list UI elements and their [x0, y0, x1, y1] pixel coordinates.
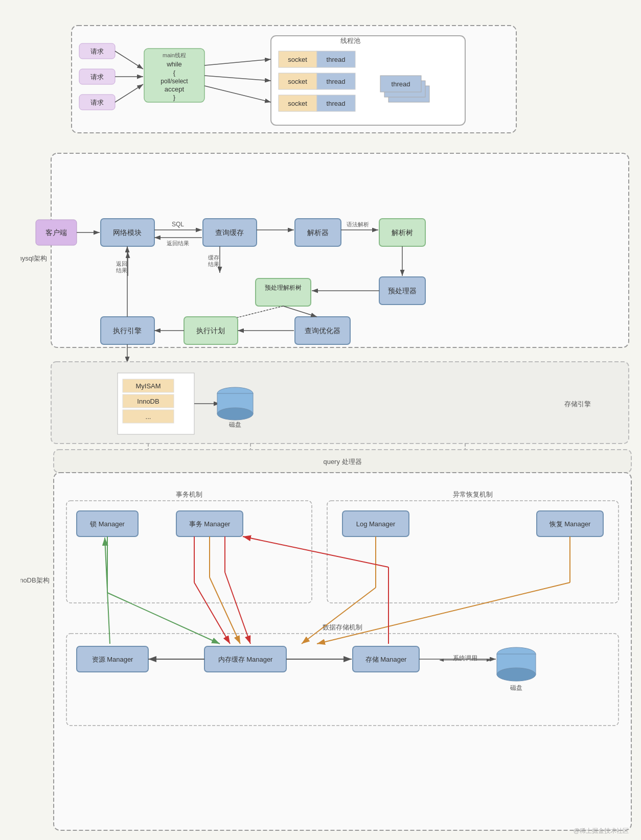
data-storage-label: 数据存储机制 [323, 623, 362, 631]
svg-point-110 [497, 668, 536, 681]
tx-mechanism-label: 事务机制 [176, 491, 202, 498]
svg-text:thread: thread [327, 100, 346, 107]
mem-buffer: 内存缓存 Manager [218, 656, 273, 663]
svg-text:socket: socket [288, 100, 307, 107]
lock-manager: 锁 Manager [89, 520, 125, 528]
svg-text:预处理解析树: 预处理解析树 [265, 284, 302, 291]
client-box: 客户端 [45, 228, 67, 237]
query-processor: query 处理器 [323, 458, 361, 465]
svg-text:accept: accept [165, 85, 185, 93]
svg-text:缓存: 缓存 [208, 254, 219, 261]
svg-text:socket: socket [288, 56, 307, 63]
log-manager: Log Manager [356, 520, 396, 528]
recovery-manager: 恢复 Manager [549, 520, 591, 528]
svg-text:{: { [173, 69, 176, 77]
svg-text:poll/select: poll/select [161, 78, 188, 85]
innodb-label: InnoDB架构 [20, 576, 50, 584]
svg-text:SQL: SQL [172, 221, 184, 228]
svg-text:while: while [166, 60, 182, 68]
page-container: 线程池 请求 请求 请求 main线程 while { poll/select … [10, 10, 641, 840]
main-diagram: 线程池 请求 请求 请求 main线程 while { poll/select … [20, 20, 641, 840]
svg-text:系统调用: 系统调用 [453, 655, 477, 662]
exec-engine: 执行引擎 [113, 326, 142, 335]
svg-text:返回结果: 返回结果 [167, 240, 189, 246]
mysql-label: mysql架构 [20, 254, 47, 262]
request-3: 请求 [90, 99, 104, 106]
svg-point-87 [217, 408, 253, 420]
svg-text:语法解析: 语法解析 [347, 221, 369, 227]
recovery-label: 异常恢复机制 [453, 491, 493, 498]
parse-tree: 解析树 [392, 228, 413, 237]
svg-text:...: ... [146, 413, 151, 421]
svg-text:结果: 结果 [116, 267, 127, 273]
watermark: @稀土掘金技术社区 [574, 827, 629, 834]
resource-manager: 资源 Manager [92, 656, 134, 663]
preprocessor: 预处理器 [388, 287, 417, 295]
svg-text:磁盘: 磁盘 [228, 421, 241, 428]
query-optimizer: 查询优化器 [305, 326, 340, 335]
storage-manager: 存储 Manager [365, 656, 407, 663]
svg-text:}: } [173, 94, 176, 101]
exec-plan: 执行计划 [196, 326, 225, 335]
request-1: 请求 [90, 48, 104, 55]
svg-rect-59 [256, 278, 311, 306]
svg-text:磁盘: 磁盘 [510, 684, 522, 691]
network-module: 网络模块 [113, 228, 142, 237]
parser-box: 解析器 [307, 228, 329, 237]
tx-manager: 事务 Manager [189, 520, 231, 528]
svg-text:返回: 返回 [116, 261, 127, 267]
svg-text:结果: 结果 [208, 261, 219, 267]
svg-text:MyISAM: MyISAM [135, 382, 161, 390]
request-2: 请求 [90, 73, 104, 81]
thread-pool-label: 线程池 [340, 37, 360, 44]
svg-text:thread: thread [327, 56, 346, 63]
svg-text:thread: thread [392, 80, 410, 88]
query-cache: 查询缓存 [215, 228, 244, 237]
storage-engine-label: 存储引擎 [564, 400, 591, 408]
svg-text:socket: socket [288, 78, 307, 85]
svg-text:InnoDB: InnoDB [137, 398, 159, 405]
main-thread-label: main线程 [163, 52, 186, 58]
svg-text:thread: thread [327, 78, 346, 85]
